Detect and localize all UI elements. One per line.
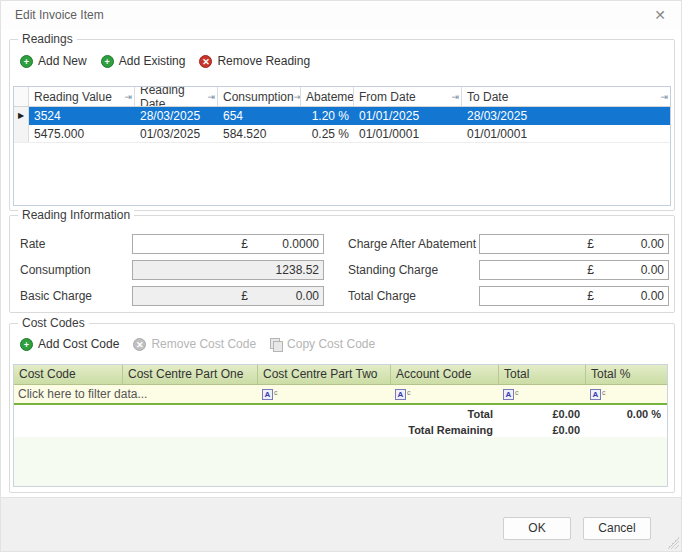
basic-charge-label: Basic Charge [20,286,92,306]
cell-from-date[interactable]: 01/01/2025 [354,107,462,125]
add-cost-code-label: Add Cost Code [38,337,119,351]
filter-cell-account-code[interactable]: Ac [391,385,499,403]
standing-charge-field[interactable]: £ 0.00 [479,260,669,280]
cost-codes-group-label: Cost Codes [18,316,89,330]
cell-abatement[interactable]: 0.25 % [301,125,354,142]
remove-reading-button[interactable]: ✕ Remove Reading [199,54,310,68]
consumption-value: 1238.52 [276,263,323,277]
copy-cost-code-button: Copy Cost Code [270,337,375,351]
row-indicator [14,125,29,142]
resize-grip[interactable] [667,537,679,549]
column-pin-icon[interactable]: ⇥ [451,92,459,102]
standing-charge-value: 0.00 [641,263,668,277]
cell-abatement[interactable]: 1.20 % [301,107,354,125]
cost-codes-toolbar: + Add Cost Code ✕ Remove Cost Code Copy … [20,337,375,351]
summary-remaining-value: £0.00 [499,423,586,437]
add-icon: + [101,55,114,68]
filter-cell-total[interactable]: Ac [499,385,586,403]
filter-hint[interactable]: Click here to filter data... [14,385,258,403]
column-header-cost-code[interactable]: Cost Code [14,365,123,384]
column-header-total-percent[interactable]: Total % [586,365,667,384]
summary-total-value: £0.00 [499,407,586,421]
total-charge-field[interactable]: £ 0.00 [479,286,669,306]
add-cost-code-button[interactable]: + Add Cost Code [20,337,119,351]
cell-reading-value[interactable]: 3524 [29,107,135,125]
summary-total-percent: 0.00 % [586,407,667,421]
column-header-total[interactable]: Total [499,365,586,384]
add-existing-button[interactable]: + Add Existing [101,54,186,68]
total-charge-label: Total Charge [348,286,416,306]
consumption-field: 1238.52 [132,260,324,280]
column-header-from-date[interactable]: From Date⇥ [354,87,462,106]
add-new-button[interactable]: + Add New [20,54,87,68]
cell-to-date[interactable]: 28/03/2025 [462,107,670,125]
column-header-cost-centre-part-two[interactable]: Cost Centre Part Two [258,365,391,384]
summary-row-total-remaining: Total Remaining £0.00 [14,421,667,437]
currency-symbol: £ [587,289,594,303]
remove-reading-label: Remove Reading [217,54,310,68]
cell-reading-value[interactable]: 5475.000 [29,125,135,142]
add-icon: + [20,55,33,68]
reading-row-2[interactable]: 5475.000 01/03/2025 584.520 0.25 % 01/01… [14,125,670,143]
copy-cost-code-label: Copy Cost Code [287,337,375,351]
cell-to-date[interactable]: 01/01/0001 [462,125,670,142]
reading-information-group: Reading Information Rate £ 0.0000 Consum… [9,215,675,313]
consumption-label: Consumption [20,260,91,280]
edit-invoice-item-dialog: Edit Invoice Item ✕ Readings + Add New +… [0,0,682,552]
column-pin-icon[interactable]: ⇥ [207,92,215,102]
cell-reading-date[interactable]: 01/03/2025 [135,125,218,142]
column-header-to-date[interactable]: To Date⇥ [462,87,670,106]
column-pin-icon[interactable]: ⇥ [660,92,668,102]
cost-codes-group: Cost Codes + Add Cost Code ✕ Remove Cost… [9,323,675,493]
readings-grid-header: Reading Value⇥ Reading Date⇥ Consumption… [14,87,670,107]
remove-icon: ✕ [199,55,212,68]
add-existing-label: Add Existing [119,54,186,68]
column-header-abatement[interactable]: Abatement⇥ [301,87,354,106]
add-icon: + [20,338,33,351]
currency-symbol: £ [241,289,248,303]
ok-button[interactable]: OK [503,517,571,540]
cell-reading-date[interactable]: 28/03/2025 [135,107,218,125]
cell-consumption[interactable]: 654 [218,107,301,125]
currency-symbol: £ [587,237,594,251]
charge-after-abatement-field[interactable]: £ 0.00 [479,234,669,254]
remove-cost-code-button: ✕ Remove Cost Code [133,337,256,351]
cancel-button[interactable]: Cancel [583,517,651,540]
summary-row-total: Total £0.00 0.00 % [14,405,667,421]
rate-label: Rate [20,234,45,254]
column-header-reading-date[interactable]: Reading Date⇥ [135,87,218,106]
column-header-consumption[interactable]: Consumption⇥ [218,87,301,106]
readings-grid: Reading Value⇥ Reading Date⇥ Consumption… [13,86,671,206]
currency-symbol: £ [587,263,594,277]
cell-consumption[interactable]: 584.520 [218,125,301,142]
filter-operator-icon[interactable]: Ac [590,389,606,400]
column-header-account-code[interactable]: Account Code [391,365,499,384]
filter-operator-icon[interactable]: Ac [395,389,411,400]
filter-cell-cost-centre-part-two[interactable]: Ac [258,385,391,403]
column-header-reading-value[interactable]: Reading Value⇥ [29,87,135,106]
readings-toolbar: + Add New + Add Existing ✕ Remove Readin… [20,54,310,68]
copy-icon [270,338,282,351]
rate-field[interactable]: £ 0.0000 [132,234,324,254]
remove-cost-code-label: Remove Cost Code [151,337,256,351]
column-header-cost-centre-part-one[interactable]: Cost Centre Part One [123,365,258,384]
charge-after-abatement-value: 0.00 [641,237,668,251]
basic-charge-field: £ 0.00 [132,286,324,306]
filter-operator-icon[interactable]: Ac [262,389,278,400]
add-new-label: Add New [38,54,87,68]
close-icon[interactable]: ✕ [651,6,669,24]
cell-from-date[interactable]: 01/01/0001 [354,125,462,142]
column-pin-icon[interactable]: ⇥ [294,92,301,102]
readings-group-label: Readings [18,32,77,46]
column-pin-icon[interactable]: ⇥ [124,92,132,102]
basic-charge-value: 0.00 [296,289,323,303]
reading-row-1[interactable]: ▶ 3524 28/03/2025 654 1.20 % 01/01/2025 … [14,107,670,125]
standing-charge-label: Standing Charge [348,260,438,280]
summary-total-label: Total [14,407,499,421]
summary-remaining-label: Total Remaining [14,423,499,437]
cost-codes-filter-row: Click here to filter data... Ac Ac Ac Ac [14,385,667,405]
filter-cell-total-percent[interactable]: Ac [586,385,667,403]
cost-codes-grid: Cost Code Cost Centre Part One Cost Cent… [13,364,668,487]
title-bar: Edit Invoice Item ✕ [1,1,681,29]
filter-operator-icon[interactable]: Ac [503,389,519,400]
